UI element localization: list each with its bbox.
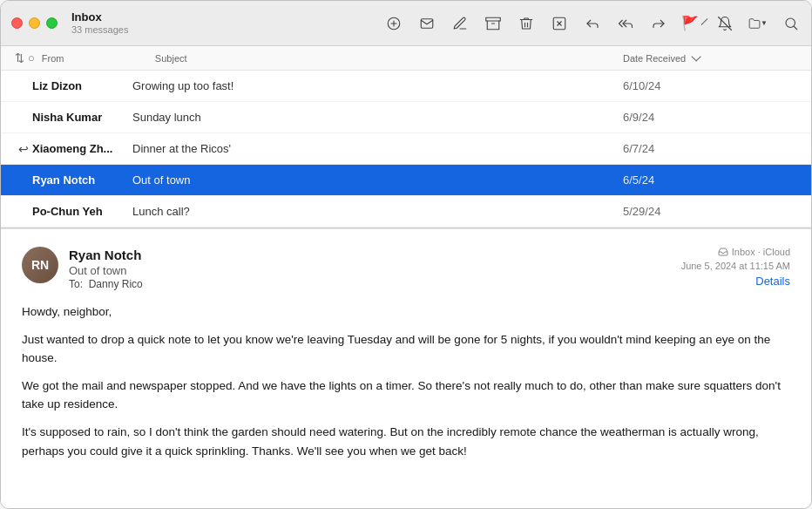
avatar: RN (22, 247, 58, 283)
note-icon[interactable] (384, 14, 403, 33)
row-subject: Growing up too fast! (132, 79, 623, 92)
toolbar: 🚩 ▼ (384, 14, 801, 33)
email-row-selected[interactable]: Ryan Notch Out of town 6/5/24 (1, 165, 811, 196)
date-sort-chevron (692, 51, 701, 61)
row-date: 6/5/24 (623, 173, 797, 187)
minimize-button[interactable] (29, 17, 40, 29)
svg-line-11 (794, 26, 796, 29)
sort-icon: ⇅ (15, 51, 24, 64)
email-row[interactable]: Liz Dizon Growing up too fast! 6/10/24 (1, 71, 811, 102)
flag-chevron (700, 17, 707, 24)
flag-icon[interactable]: 🚩 (682, 14, 701, 33)
titlebar: Inbox 33 messages (1, 1, 811, 46)
close-button[interactable] (11, 17, 23, 29)
detail-location-text: Inbox · iCloud (732, 247, 790, 257)
search-icon[interactable] (782, 14, 801, 33)
row-date: 6/10/24 (623, 79, 797, 92)
row-date: 6/9/24 (623, 111, 797, 124)
sort-button[interactable]: ⇅ ○ (15, 51, 35, 64)
flag-symbol: 🚩 (681, 15, 699, 31)
detail-location: Inbox · iCloud (718, 247, 790, 257)
col-date-header: Date Received (623, 53, 797, 64)
email-row[interactable]: ↩ Xiaomeng Zh... Dinner at the Ricos' 6/… (1, 133, 811, 165)
detail-date: June 5, 2024 at 11:15 AM (681, 261, 790, 271)
col-subject-header: Subject (155, 53, 623, 64)
junk-icon[interactable] (550, 14, 569, 33)
traffic-lights (11, 17, 58, 29)
trash-icon[interactable] (517, 14, 536, 33)
row-subject: Dinner at the Ricos' (132, 142, 623, 155)
reply-icon[interactable] (583, 14, 602, 33)
body-paragraph-2: Just wanted to drop a quick note to let … (22, 330, 790, 368)
body-paragraph-1: Howdy, neighbor, (22, 302, 790, 322)
compose-icon[interactable] (417, 14, 436, 33)
forward-icon[interactable] (649, 14, 668, 33)
row-indicator-replied: ↩ (15, 142, 32, 156)
detail-subject: Out of town (69, 264, 681, 279)
detail-body: Howdy, neighbor, Just wanted to drop a q… (22, 302, 790, 460)
inbox-icon (718, 247, 728, 257)
mute-icon[interactable] (715, 14, 734, 33)
maximize-button[interactable] (46, 17, 58, 29)
email-list: Liz Dizon Growing up too fast! 6/10/24 N… (1, 71, 811, 228)
body-paragraph-3: We got the mail and newspaper stopped. A… (22, 377, 790, 414)
row-from: Liz Dizon (32, 79, 132, 92)
svg-point-10 (786, 18, 795, 28)
detail-meta: Inbox · iCloud June 5, 2024 at 11:15 AM … (681, 247, 790, 288)
reply-all-icon[interactable] (616, 14, 635, 33)
email-row[interactable]: Nisha Kumar Sunday lunch 6/9/24 (1, 102, 811, 133)
svg-rect-3 (421, 18, 433, 28)
detail-to: To: Danny Rico (69, 278, 681, 292)
folder-icon[interactable]: ▼ (748, 14, 768, 33)
unread-dot-icon: ○ (28, 51, 35, 64)
body-paragraph-4: It's supposed to rain, so I don't think … (22, 423, 790, 460)
row-from: Po-Chun Yeh (32, 205, 132, 218)
window-subtitle: 33 messages (71, 24, 128, 36)
edit-icon[interactable] (450, 14, 470, 33)
detail-sender-name: Ryan Notch (69, 247, 681, 264)
detail-to-name: Danny Rico (89, 278, 143, 290)
row-date: 5/29/24 (623, 205, 797, 218)
list-header: ⇅ ○ From Subject Date Received (1, 46, 811, 71)
row-subject: Sunday lunch (132, 111, 623, 124)
email-row[interactable]: Po-Chun Yeh Lunch call? 5/29/24 (1, 196, 811, 227)
title-info: Inbox 33 messages (71, 10, 128, 36)
window-title: Inbox (71, 10, 128, 24)
main-content: ⇅ ○ From Subject Date Received Liz Dizon… (1, 46, 811, 508)
row-date: 6/7/24 (623, 142, 797, 155)
col-from-header: From (42, 53, 155, 64)
archive-icon[interactable] (484, 14, 503, 33)
row-subject: Lunch call? (132, 205, 623, 218)
email-detail-pane: RN Ryan Notch Out of town To: Danny Rico… (1, 228, 811, 508)
row-from: Nisha Kumar (32, 111, 132, 124)
row-from: Ryan Notch (32, 173, 132, 187)
detail-to-label: To: (69, 278, 83, 290)
svg-rect-4 (486, 17, 501, 21)
row-subject: Out of town (132, 173, 623, 187)
detail-header: RN Ryan Notch Out of town To: Danny Rico… (22, 247, 790, 292)
row-from: Xiaomeng Zh... (32, 142, 132, 155)
details-link[interactable]: Details (755, 275, 790, 288)
detail-sender-info: Ryan Notch Out of town To: Danny Rico (69, 247, 681, 292)
